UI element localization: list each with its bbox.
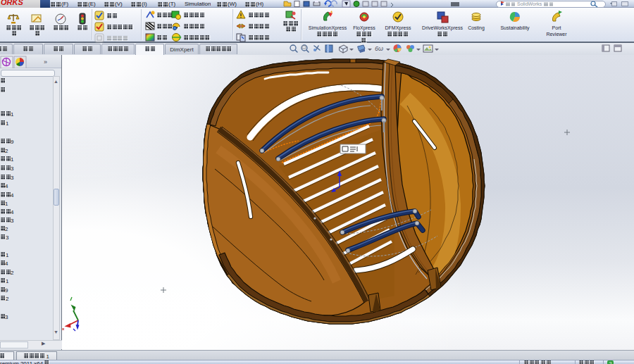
svg-text:»: » [44, 58, 47, 65]
svg-text:x: x [62, 327, 65, 331]
svg-text:6ω: 6ω [375, 45, 383, 52]
